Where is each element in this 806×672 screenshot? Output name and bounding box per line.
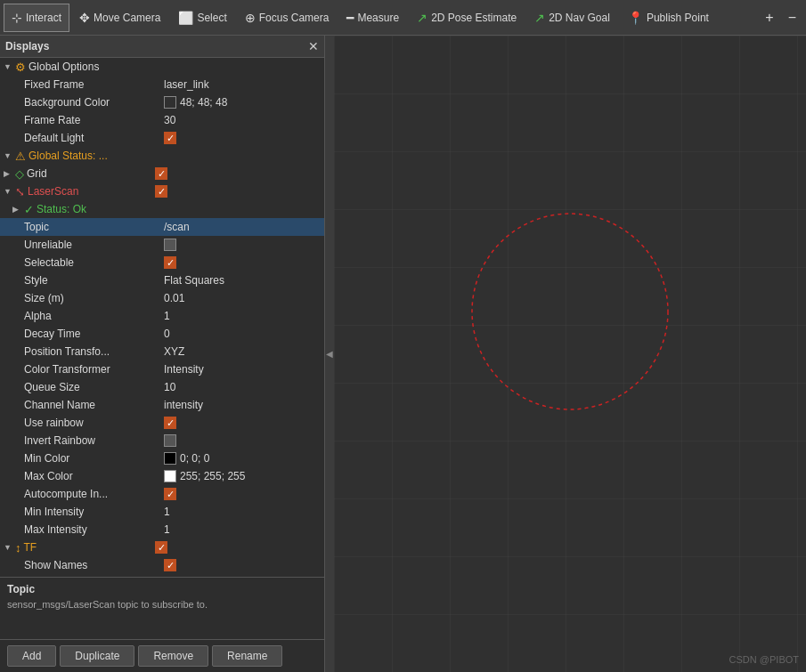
- main-area: Displays ✕ ▼ ⚙ Global Options Fixed Fram…: [0, 36, 806, 672]
- close-panel-button[interactable]: ✕: [308, 39, 319, 53]
- tree-row[interactable]: Size (m) 0.01: [0, 289, 324, 307]
- tree-panel[interactable]: ▼ ⚙ Global Options Fixed Frame laser_lin…: [0, 58, 324, 577]
- tree-row[interactable]: Alpha 1: [0, 307, 324, 325]
- viewport[interactable]: CSDN @PIBOT: [334, 36, 806, 672]
- nav-goal-button[interactable]: ↗ 2D Nav Goal: [526, 4, 618, 32]
- tree-row[interactable]: Background Color 48; 48; 48: [0, 93, 324, 111]
- rename-button[interactable]: Rename: [212, 645, 282, 667]
- warning-icon: ⚠: [15, 150, 26, 163]
- tree-item-label: Background Color: [24, 96, 110, 109]
- tree-row[interactable]: ▼ ⚙ Global Options: [0, 58, 324, 76]
- tree-item-label: Global Options: [28, 61, 99, 73]
- checkbox-show-names[interactable]: [164, 559, 176, 571]
- tree-row[interactable]: Use rainbow: [0, 414, 324, 432]
- tree-row[interactable]: ▼ ⤡ LaserScan: [0, 182, 324, 200]
- checkbox-unreliable[interactable]: [164, 239, 176, 251]
- add-button[interactable]: Add: [7, 645, 56, 667]
- tree-item-label: Global Status: ...: [28, 150, 108, 162]
- measure-button[interactable]: ━ Measure: [338, 4, 407, 32]
- info-title: Topic: [7, 583, 317, 595]
- publish-point-icon: 📍: [628, 11, 643, 25]
- spacer-icon: [12, 240, 21, 249]
- tree-item-label: Topic: [24, 221, 49, 233]
- spacer-icon: [12, 454, 21, 463]
- pose-estimate-button[interactable]: ↗ 2D Pose Estimate: [409, 4, 525, 32]
- tree-row[interactable]: Fixed Frame laser_link: [0, 76, 324, 93]
- tree-row[interactable]: Color Transformer Intensity: [0, 360, 324, 378]
- publish-point-label: Publish Point: [647, 12, 709, 24]
- nav-goal-label: 2D Nav Goal: [549, 12, 610, 24]
- tree-row[interactable]: Min Color 0; 0; 0: [0, 449, 324, 467]
- tree-row[interactable]: Show Names: [0, 556, 324, 574]
- tree-row[interactable]: ▼ ⚠ Global Status: ...: [0, 147, 324, 165]
- tree-row[interactable]: ▼ ↕ TF: [0, 538, 324, 556]
- spacer-icon: [12, 134, 21, 142]
- tree-row[interactable]: Style Flat Squares: [0, 271, 324, 289]
- tree-item-value: XYZ: [164, 345, 184, 358]
- interact-button[interactable]: ⊹ Interact: [4, 4, 69, 32]
- tree-row[interactable]: Frame Rate 30: [0, 111, 324, 129]
- grid-overlay: [334, 36, 806, 672]
- move-camera-button[interactable]: ✥ Move Camera: [71, 4, 168, 32]
- toolbar: ⊹ Interact ✥ Move Camera ⬜ Select ⊕ Focu…: [0, 0, 806, 36]
- checkbox-use-rainbow[interactable]: [164, 417, 176, 429]
- tree-item-value: 0: [164, 328, 170, 340]
- tree-item-value: 0.01: [164, 292, 184, 304]
- tree-item-value: intensity: [164, 399, 203, 411]
- tree-item-label: Min Intensity: [24, 506, 84, 518]
- svg-rect-0: [334, 36, 806, 672]
- add-display-button[interactable]: +: [759, 4, 779, 32]
- spacer-icon: [12, 507, 21, 516]
- tree-row[interactable]: Queue Size 10: [0, 378, 324, 396]
- spacer-icon: [12, 258, 21, 267]
- remove-button[interactable]: Remove: [138, 645, 208, 667]
- tree-row[interactable]: Position Transfo... XYZ: [0, 343, 324, 360]
- tree-item-label: Style: [24, 274, 48, 287]
- publish-point-button[interactable]: 📍 Publish Point: [620, 4, 717, 32]
- checkbox-selectable[interactable]: [164, 256, 176, 269]
- checkbox-autocompute[interactable]: [164, 488, 176, 500]
- status-ok-icon: ✓: [24, 203, 34, 216]
- tree-row[interactable]: Selectable: [0, 254, 324, 271]
- tree-item-label: Unreliable: [24, 239, 72, 251]
- tree-row[interactable]: Invert Rainbow: [0, 432, 324, 449]
- bottom-buttons: Add Duplicate Remove Rename: [0, 639, 324, 672]
- spacer-icon: [12, 223, 21, 231]
- checkbox-default-light[interactable]: [164, 132, 176, 144]
- checkbox-laserscan[interactable]: [155, 185, 167, 198]
- spacer-icon: [12, 472, 21, 481]
- checkbox-grid[interactable]: [155, 167, 167, 180]
- tree-row[interactable]: Unreliable: [0, 236, 324, 254]
- tree-row[interactable]: ▶ ◇ Grid: [0, 165, 324, 182]
- focus-camera-button[interactable]: ⊕ Focus Camera: [237, 4, 338, 32]
- arrow-icon: ▼: [4, 187, 12, 196]
- remove-display-button[interactable]: −: [782, 4, 802, 32]
- tree-row[interactable]: ▶ ✓ Status: Ok: [0, 200, 324, 218]
- focus-camera-label: Focus Camera: [259, 12, 330, 24]
- tree-item-label: Grid: [27, 167, 47, 180]
- tree-row[interactable]: Max Intensity 1: [0, 521, 324, 538]
- tree-row[interactable]: Decay Time 0: [0, 325, 324, 343]
- tree-row[interactable]: Default Light: [0, 129, 324, 147]
- tree-row[interactable]: Max Color 255; 255; 255: [0, 467, 324, 485]
- nav-goal-icon: ↗: [534, 11, 545, 25]
- displays-title: Displays: [5, 40, 49, 53]
- tree-item-value: 255; 255; 255: [180, 470, 245, 482]
- tree-row[interactable]: Min Intensity 1: [0, 503, 324, 521]
- duplicate-button[interactable]: Duplicate: [60, 645, 134, 667]
- displays-header: Displays ✕: [0, 36, 324, 58]
- watermark: CSDN @PIBOT: [729, 654, 799, 665]
- pose-estimate-label: 2D Pose Estimate: [431, 12, 517, 24]
- tree-item-label: Autocompute In...: [24, 488, 108, 500]
- tree-row[interactable]: Channel Name intensity: [0, 396, 324, 414]
- collapse-arrow-icon: ◀: [326, 349, 333, 359]
- tree-row[interactable]: Topic /scan: [0, 218, 324, 236]
- tree-row[interactable]: Autocompute In...: [0, 485, 324, 503]
- collapse-panel-button[interactable]: ◀: [325, 36, 334, 672]
- checkbox-invert-rainbow[interactable]: [164, 434, 176, 447]
- checkbox-tf[interactable]: [155, 541, 167, 554]
- spacer-icon: [12, 294, 21, 303]
- select-button[interactable]: ⬜ Select: [170, 4, 234, 32]
- pose-estimate-icon: ↗: [417, 11, 427, 25]
- interact-label: Interact: [26, 12, 61, 24]
